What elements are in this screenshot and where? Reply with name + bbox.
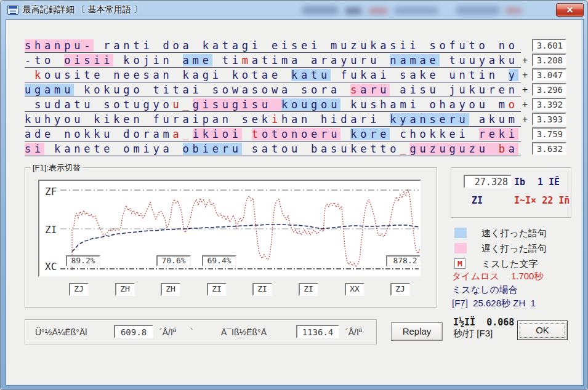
- line-score-field: 3.392: [532, 98, 566, 111]
- line-score-field: 3.393: [532, 113, 566, 125]
- legend-label: 速く打った語句: [481, 228, 547, 239]
- typing-segment: kanete omiya: [44, 143, 183, 155]
- title-bar[interactable]: 最高記録詳細 〔 基本常用語 〕 ✕: [1, 1, 587, 19]
- graph-section-box: ZH: [161, 283, 180, 296]
- graph-y-axis-label: ZI: [45, 224, 57, 236]
- score-plus-sign: +: [522, 70, 531, 81]
- miss-mark-swatch: M: [454, 258, 465, 269]
- top-speed-unit: ´Å/Iª: [345, 327, 362, 337]
- rate-unit-label: 秒/打 [F3]: [453, 328, 493, 340]
- missed-character: m: [242, 54, 252, 66]
- score-plus-sign: +: [522, 84, 531, 95]
- typing-segment: [340, 128, 350, 140]
- accuracy-percent-box: 69.4%: [202, 255, 236, 266]
- highlighted-word: oisii: [64, 54, 113, 66]
- typing-segment: sudatu sotugyo: [25, 98, 173, 111]
- missed-character: b: [499, 143, 509, 155]
- missed-character: t: [252, 128, 262, 140]
- missed-character: s: [350, 84, 360, 96]
- graph-section-box: XX: [345, 283, 364, 296]
- highlighted-word: kougou: [281, 98, 340, 111]
- typing-segment: tuuyaku: [440, 54, 518, 66]
- highlighted-word: ikioi: [193, 128, 242, 140]
- typing-segment: kuhyou kiken furaipan sek: [25, 113, 272, 125]
- typing-line: ade nokku dorama_ikioi totonoeru kore ch…: [25, 127, 521, 141]
- graph-y-axis-label: XC: [45, 261, 57, 273]
- typing-line: si kanete omiya obieru satou basuketto_g…: [25, 142, 521, 156]
- titlebar-blur-decoration: [302, 6, 338, 14]
- rank-label: 1 IÊ: [538, 177, 560, 188]
- missed-character: o: [509, 98, 518, 111]
- score-plus-sign: +: [522, 99, 531, 110]
- close-button[interactable]: ✕: [556, 3, 584, 17]
- line-score-field: 3.208: [532, 54, 566, 66]
- typing-segment: satou basuketto: [242, 143, 400, 155]
- titlebar-blur-decoration: [505, 7, 522, 14]
- highlighted-word: shanpu-: [25, 39, 94, 52]
- highlighted-word: reki: [479, 128, 518, 140]
- highlighted-word: katu: [291, 69, 331, 81]
- typing-line: kousite neesan kagi kotae katu fukai sak…: [25, 68, 521, 82]
- highlighted-word: kyanseru: [390, 113, 469, 125]
- missed-character: _: [183, 128, 193, 140]
- score-plus-sign: +: [522, 55, 531, 66]
- top-speed-value: 1136.4: [296, 325, 339, 338]
- highlighted-word: gisugisu: [193, 98, 281, 111]
- app-icon: [7, 5, 18, 15]
- typing-line: sudatu sotugyou_gisugisu kougou kushami …: [25, 98, 521, 112]
- highlighted-word: si: [25, 143, 44, 155]
- typing-line: ugamu kokugo titai sowasowa sora saru ai…: [25, 83, 521, 97]
- highlighted-word: ame: [183, 54, 212, 66]
- client-area: shanpu- ranti doa katagi eisei muzukasii…: [6, 19, 584, 386]
- missed-character: u: [173, 98, 183, 111]
- typing-segment: ti: [212, 54, 242, 66]
- typing-segment: -to: [25, 54, 64, 66]
- replay-button[interactable]: Replay: [391, 322, 443, 341]
- tilde-separator: `: [190, 327, 193, 337]
- line-score-field: 3.632: [532, 142, 566, 155]
- max-speed-unit: ´Å/Iª: [159, 327, 176, 337]
- graph-section-box: ZH: [115, 283, 135, 296]
- speed-stats-bar: Ü°½Ä¼Ëß°Äl 609.8 ´Å/Iª ` Ä¯Iß½Ëß°Ä 1136.…: [25, 319, 377, 344]
- speed-unit-label: Ib: [514, 177, 525, 188]
- f7-projection-label: [F7] 25.628秒 ZH 1: [452, 298, 536, 309]
- highlighted-word: ugamu: [25, 84, 74, 96]
- typing-segment: chokkei: [390, 128, 478, 140]
- ok-button[interactable]: OK: [517, 320, 568, 340]
- rate-value-label: I½IÏ 0.068: [453, 317, 514, 328]
- highlighted-word: obieru: [183, 143, 242, 155]
- level-label: ZI: [472, 195, 483, 206]
- typing-segment: [242, 128, 252, 140]
- highlighted-word: a: [509, 143, 518, 155]
- graph-groupbox-label: [F1]:表示切替: [31, 162, 83, 173]
- window-title: 最高記録詳細 〔 基本常用語 〕: [23, 4, 142, 15]
- line-score-field: 3.601: [532, 39, 566, 52]
- graph-section-box: ZI: [207, 283, 227, 296]
- typing-segment: kokugo titai sowasowa sora: [74, 84, 350, 96]
- fast-words-swatch: [454, 228, 467, 238]
- no-miss-label: ミスなしの場合: [452, 284, 518, 296]
- highlighted-word: guzuguzu: [409, 143, 498, 155]
- typing-segment: [25, 69, 34, 81]
- typing-line: -to oisii kojin ame timatima arayuru nam…: [25, 54, 521, 68]
- typing-segment: akum: [469, 113, 518, 125]
- legend-label: 遅く打った語句: [481, 243, 547, 255]
- accuracy-percent-box: 878.2: [386, 255, 421, 266]
- top-speed-label: Ä¯Iß½Ëß°Ä: [221, 327, 267, 337]
- max-speed-value: 609.8: [114, 325, 153, 338]
- missed-character: _: [183, 98, 193, 111]
- typing-line: shanpu- ranti doa katagi eisei muzukasii…: [25, 39, 521, 53]
- miss-count-label: I~I× 22 Iñ: [514, 195, 570, 206]
- app-window: 最高記録詳細 〔 基本常用語 〕 ✕ shanpu- ranti doa kat…: [0, 0, 588, 390]
- graph-section-box: ZI: [252, 283, 272, 296]
- legend-label: ミスした文字: [481, 258, 538, 270]
- typing-segment: ranti doa katagi eisei muzukasii sofuto …: [94, 39, 518, 52]
- graph-section-box: ZJ: [390, 283, 410, 296]
- highlighted-word: y: [509, 69, 518, 81]
- score-plus-sign: +: [522, 114, 531, 125]
- typing-segment: aisu jukuren: [390, 84, 518, 96]
- accuracy-percent-box: 89.2%: [66, 255, 100, 266]
- accuracy-percent-box: 70.6%: [156, 255, 191, 266]
- typing-segment: han hidari: [281, 113, 390, 125]
- typing-segment: kojin: [113, 54, 182, 66]
